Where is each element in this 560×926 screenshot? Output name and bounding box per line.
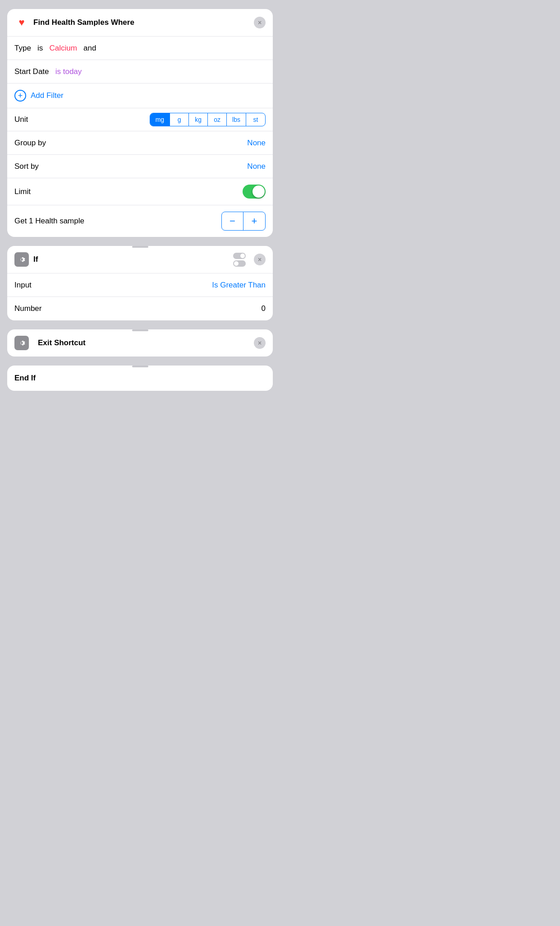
unit-mg-button[interactable]: mg [150, 113, 170, 126]
start-date-row: Start Date is today [7, 60, 273, 83]
unit-oz-button[interactable]: oz [208, 113, 227, 126]
number-value: 0 [262, 304, 266, 313]
if-close-icon: × [258, 256, 262, 263]
close-icon: × [258, 19, 262, 26]
drag-handle-3 [132, 366, 148, 367]
limit-label: Limit [14, 187, 31, 196]
exit-gear-svg [17, 338, 26, 347]
unit-lbs-button[interactable]: lbs [227, 113, 246, 126]
number-row: Number 0 [7, 297, 273, 320]
type-value[interactable]: Calcium [49, 44, 77, 52]
drag-handle-1 [132, 246, 148, 248]
number-label: Number [14, 304, 41, 313]
if-toggle-icon[interactable] [233, 253, 246, 267]
add-filter-row[interactable]: + Add Filter [7, 83, 273, 108]
exit-title: Exit Shortcut [38, 338, 249, 347]
type-text: Type is Calcium and [14, 44, 96, 53]
start-date-value[interactable]: is today [55, 67, 82, 76]
type-is: is [37, 44, 43, 52]
find-health-card: ♥ Find Health Samples Where × Type is Ca… [7, 9, 273, 237]
unit-label: Unit [14, 115, 41, 124]
unit-row: Unit mg g kg oz lbs st [7, 108, 273, 131]
input-label: Input [14, 281, 32, 290]
group-by-label: Group by [14, 139, 46, 148]
exit-gear-icon [14, 336, 29, 350]
unit-segment-control: mg g kg oz lbs st [150, 113, 266, 126]
add-filter-icon: + [14, 90, 26, 102]
limit-row: Limit [7, 178, 273, 205]
heart-icon: ♥ [14, 15, 29, 30]
group-by-row[interactable]: Group by None [7, 131, 273, 155]
stepper-increment-button[interactable]: + [243, 212, 265, 230]
find-health-card-header: ♥ Find Health Samples Where × [7, 9, 273, 37]
if-title: If [33, 255, 229, 264]
type-label: Type [14, 44, 31, 52]
input-value: Is Greater Than [212, 281, 266, 290]
limit-toggle[interactable] [243, 185, 266, 199]
add-filter-label: Add Filter [31, 91, 64, 100]
toggle-thumb [252, 185, 265, 198]
unit-st-button[interactable]: st [246, 113, 265, 126]
drag-handle-2 [132, 329, 148, 331]
find-health-close-button[interactable]: × [254, 17, 266, 28]
exit-shortcut-card: Exit Shortcut × [7, 329, 273, 357]
sample-stepper: − + [221, 212, 266, 231]
end-if-label: End If [14, 374, 36, 382]
unit-kg-button[interactable]: kg [189, 113, 208, 126]
type-and: and [83, 44, 96, 52]
sort-by-label: Sort by [14, 162, 39, 171]
sort-by-value: None [247, 162, 266, 171]
if-card: If × Input Is Greater Than Number 0 [7, 246, 273, 320]
start-date-label: Start Date [14, 67, 49, 76]
sort-by-row[interactable]: Sort by None [7, 155, 273, 178]
exit-close-button[interactable]: × [254, 337, 266, 349]
end-if-card: End If [7, 366, 273, 391]
start-date-text: Start Date is today [14, 67, 82, 76]
gear-svg [17, 255, 26, 264]
exit-close-icon: × [258, 339, 262, 347]
group-by-value: None [247, 139, 266, 148]
get-sample-label: Get 1 Health sample [14, 217, 84, 226]
get-sample-row: Get 1 Health sample − + [7, 205, 273, 237]
unit-g-button[interactable]: g [170, 113, 189, 126]
gear-icon [14, 252, 29, 267]
stepper-decrement-button[interactable]: − [222, 212, 243, 230]
input-row[interactable]: Input Is Greater Than [7, 273, 273, 297]
find-health-title: Find Health Samples Where [33, 18, 249, 27]
if-card-header: If × [7, 246, 273, 273]
toggle-track [243, 185, 266, 199]
if-card-close-button[interactable]: × [254, 254, 266, 265]
type-row: Type is Calcium and [7, 37, 273, 60]
